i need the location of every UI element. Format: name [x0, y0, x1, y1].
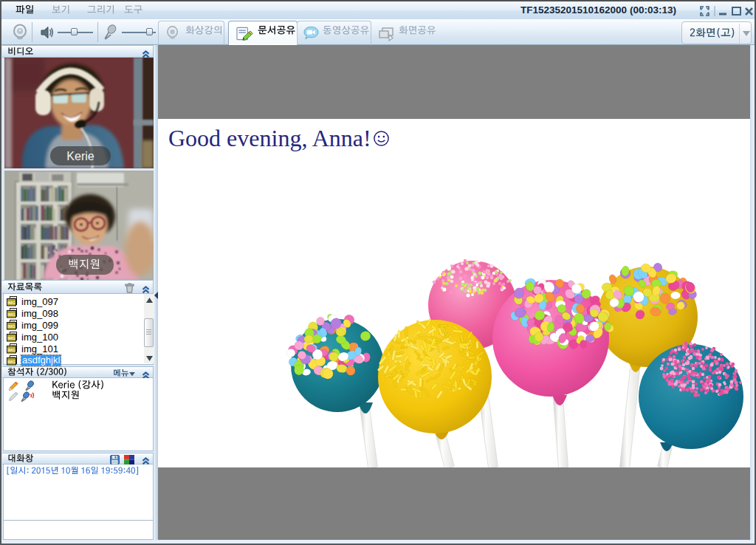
svg-text:IMG: IMG	[7, 360, 16, 364]
svg-text:IMG: IMG	[7, 301, 16, 305]
svg-text:IMG: IMG	[7, 336, 16, 340]
svg-text:IMG: IMG	[7, 324, 16, 329]
svg-text:IMG: IMG	[7, 348, 16, 352]
svg-text:IMG: IMG	[7, 312, 16, 317]
svg-text:Kerie: Kerie	[66, 150, 94, 162]
